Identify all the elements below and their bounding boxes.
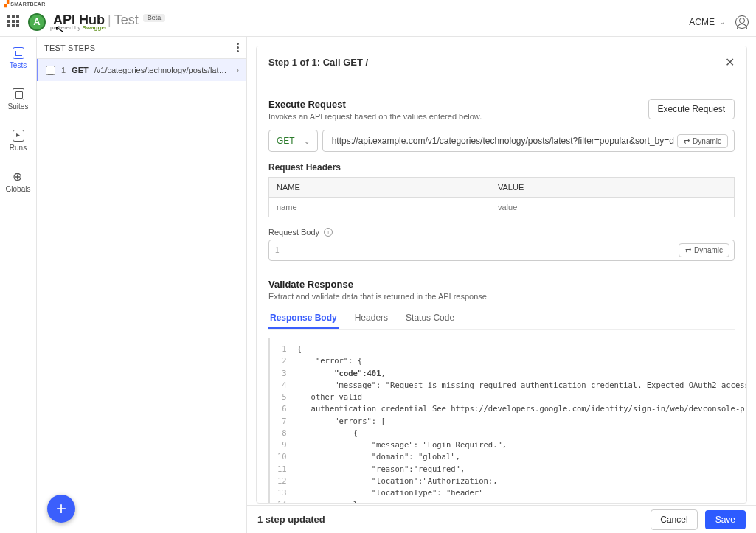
- execute-request-desc: Invokes an API request based on the valu…: [268, 112, 482, 121]
- user-avatar-icon[interactable]: [735, 15, 749, 29]
- product-badge: A: [28, 13, 46, 31]
- beta-badge: Beta: [143, 14, 166, 22]
- test-steps-title: TEST STEPS: [44, 43, 95, 52]
- chevron-right-icon: ›: [236, 65, 239, 75]
- footer-status: 1 step updated: [257, 514, 643, 525]
- nav-tests[interactable]: Tests: [0, 44, 36, 72]
- app-header: A API Hub | Test Beta powered by Swagger…: [0, 7, 756, 37]
- header-col-name: NAME: [269, 178, 490, 197]
- dynamic-chip-body[interactable]: ⇄ Dynamic: [679, 243, 729, 257]
- smartbear-logo: ▞ SMARTBEAR: [4, 1, 46, 7]
- request-headers-title: Request Headers: [268, 162, 735, 173]
- dynamic-chip[interactable]: ⇄ Dynamic: [677, 134, 728, 148]
- powered-by: powered by Swagger: [50, 25, 165, 31]
- request-body-label: Request Body: [268, 228, 319, 237]
- nav-globals[interactable]: ⊕ Globals: [0, 168, 36, 196]
- step-path: /v1/categories/technology/posts/latest?f…: [94, 66, 230, 74]
- url-input[interactable]: [329, 130, 677, 151]
- test-step-row[interactable]: 1 GET /v1/categories/technology/posts/la…: [37, 59, 246, 81]
- save-button[interactable]: Save: [705, 510, 746, 529]
- header-value-input[interactable]: [498, 203, 726, 212]
- body-line-number: 1: [274, 246, 284, 254]
- side-nav: Tests Suites Runs ⊕ Globals: [0, 37, 37, 533]
- cancel-button[interactable]: Cancel: [651, 509, 697, 530]
- globals-icon: ⊕: [13, 171, 24, 183]
- validate-response-title: Validate Response: [268, 279, 735, 290]
- step-index: 1: [61, 66, 66, 74]
- step-method: GET: [72, 66, 89, 74]
- steps-menu-icon[interactable]: [237, 43, 239, 52]
- close-icon[interactable]: ✕: [725, 55, 735, 69]
- link-icon: ⇄: [684, 137, 690, 145]
- chevron-down-icon: ⌄: [719, 18, 725, 26]
- test-steps-panel: TEST STEPS 1 GET /v1/categories/technolo…: [37, 37, 247, 533]
- add-step-fab[interactable]: +: [47, 495, 75, 523]
- main-panel: Step 1 of 1: Call GET / ✕ Execute Reques…: [247, 37, 756, 533]
- tab-status-code[interactable]: Status Code: [404, 308, 456, 329]
- nav-suites[interactable]: Suites: [0, 86, 36, 114]
- tab-response-body[interactable]: Response Body: [268, 308, 339, 329]
- code-gutter: 1 2 3 4 5 6 7 8 9 10 11 12 13 14 15 16 1…: [277, 343, 297, 504]
- execute-request-button[interactable]: Execute Request: [648, 99, 735, 119]
- chevron-down-icon: ⌄: [304, 137, 310, 145]
- org-selector[interactable]: ACME ⌄: [689, 17, 725, 27]
- footer-bar: 1 step updated Cancel Save: [247, 505, 756, 533]
- step-checkbox[interactable]: [46, 66, 55, 75]
- code-content[interactable]: { "error": { "code":401, "message": "Req…: [297, 343, 747, 504]
- tests-icon: [13, 47, 24, 59]
- nav-runs[interactable]: Runs: [0, 127, 36, 155]
- suites-icon: [13, 88, 24, 100]
- validate-response-desc: Extract and validate data that is return…: [268, 292, 735, 301]
- execute-request-title: Execute Request: [268, 99, 482, 110]
- apps-grid-icon[interactable]: [7, 15, 21, 29]
- runs-icon: [13, 130, 24, 142]
- plus-icon: +: [56, 498, 66, 519]
- request-headers-table: NAME VALUE: [268, 177, 735, 217]
- http-method-select[interactable]: GET ⌄: [268, 130, 318, 152]
- request-body-input[interactable]: [288, 245, 675, 256]
- response-body-code: 1 2 3 4 5 6 7 8 9 10 11 12 13 14 15 16 1…: [268, 338, 735, 504]
- header-col-value: VALUE: [490, 178, 734, 197]
- bear-icon: ▞: [4, 1, 9, 7]
- tab-headers[interactable]: Headers: [353, 308, 389, 329]
- info-icon[interactable]: i: [324, 228, 333, 237]
- header-name-input[interactable]: [277, 203, 482, 212]
- step-detail-title: Step 1 of 1: Call GET /: [268, 57, 368, 68]
- link-icon: ⇄: [685, 246, 691, 254]
